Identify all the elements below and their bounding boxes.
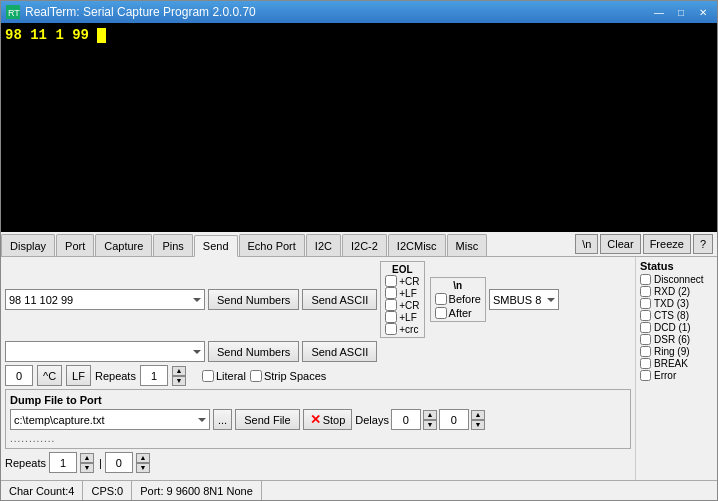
send-ascii-btn-1[interactable]: Send ASCII (302, 289, 377, 310)
close-button[interactable]: ✕ (693, 4, 713, 20)
rxd-label: RXD (2) (654, 286, 690, 297)
cr-checkbox-1[interactable] (385, 275, 397, 287)
tab-pins[interactable]: Pins (153, 234, 192, 256)
after-check: After (435, 307, 481, 319)
break-checkbox[interactable] (640, 358, 651, 369)
dump-path-combo[interactable]: c:\temp\capture.txt (10, 409, 210, 430)
repeats-input[interactable] (140, 365, 168, 386)
dcd-checkbox[interactable] (640, 322, 651, 333)
after-checkbox[interactable] (435, 307, 447, 319)
crc-check: +crc (385, 323, 419, 335)
send-numbers-btn-2[interactable]: Send Numbers (208, 341, 299, 362)
newline-button[interactable]: \n (575, 234, 598, 254)
tab-i2cmisc[interactable]: I2CMisc (388, 234, 446, 256)
maximize-button[interactable]: □ (671, 4, 691, 20)
strip-spaces-checkbox[interactable] (250, 370, 262, 382)
repeats-down[interactable]: ▼ (172, 376, 186, 386)
delays-input-2[interactable] (439, 409, 469, 430)
dcd-label: DCD (1) (654, 322, 691, 333)
minimize-button[interactable]: — (649, 4, 669, 20)
repeats-bottom-spin: ▲ ▼ (80, 453, 94, 473)
repeats-bottom-input-2[interactable] (105, 452, 133, 473)
smbus-select[interactable]: SMBUS 8 (489, 289, 559, 310)
terminal-text: 98 11 1 99 (5, 27, 713, 43)
delays-down-2[interactable]: ▼ (471, 420, 485, 430)
send-file-button[interactable]: Send File (235, 409, 299, 430)
tab-misc[interactable]: Misc (447, 234, 488, 256)
window-title: RealTerm: Serial Capture Program 2.0.0.7… (25, 5, 256, 19)
status-txd: TXD (3) (640, 298, 713, 309)
lf-label-2: +LF (399, 312, 417, 323)
delays-down-1[interactable]: ▼ (423, 420, 437, 430)
lf-checkbox-2[interactable] (385, 311, 397, 323)
eol-title: EOL (385, 264, 419, 275)
number-input[interactable] (5, 365, 33, 386)
repeats-bottom-input[interactable] (49, 452, 77, 473)
lf-check: +LF (385, 287, 419, 299)
dsr-label: DSR (6) (654, 334, 690, 345)
clear-button[interactable]: Clear (600, 234, 640, 254)
ring-checkbox[interactable] (640, 346, 651, 357)
tab-display[interactable]: Display (1, 234, 55, 256)
send-combo-2[interactable] (5, 341, 205, 362)
error-checkbox[interactable] (640, 370, 651, 381)
send-numbers-btn-1[interactable]: Send Numbers (208, 289, 299, 310)
disconnect-checkbox[interactable] (640, 274, 651, 285)
char-count-segment: Char Count:4 (1, 481, 83, 500)
status-error: Error (640, 370, 713, 381)
browse-button[interactable]: ... (213, 409, 232, 430)
tab-i2c[interactable]: I2C (306, 234, 341, 256)
send-combo-1[interactable]: 98 11 102 99 (5, 289, 205, 310)
before-after-group: \n Before After (430, 277, 486, 322)
delays-label: Delays (355, 414, 389, 426)
stop-button[interactable]: ✕ Stop (303, 409, 353, 430)
repeats-up[interactable]: ▲ (172, 366, 186, 376)
literal-checkbox[interactable] (202, 370, 214, 382)
repeats-bottom-up-2[interactable]: ▲ (136, 453, 150, 463)
svg-text:RT: RT (8, 8, 20, 18)
dump-group: Dump File to Port c:\temp\capture.txt ..… (5, 389, 631, 449)
panel-area: 98 11 102 99 Send Numbers Send ASCII EOL… (1, 257, 635, 480)
repeats-bottom-label: Repeats (5, 457, 46, 469)
tab-port[interactable]: Port (56, 234, 94, 256)
repeats-bottom-up[interactable]: ▲ (80, 453, 94, 463)
progress-dots: ............ (10, 433, 55, 444)
stop-label: Stop (323, 414, 346, 426)
txd-checkbox[interactable] (640, 298, 651, 309)
delays-spin-2: ▲ ▼ (471, 410, 485, 430)
strip-spaces-check: Strip Spaces (250, 370, 326, 382)
lf-button[interactable]: LF (66, 365, 91, 386)
delays-up-1[interactable]: ▲ (423, 410, 437, 420)
delays-input-1[interactable] (391, 409, 421, 430)
tab-echo-port[interactable]: Echo Port (239, 234, 305, 256)
repeats-bottom-spin-2: ▲ ▼ (136, 453, 150, 473)
lf-checkbox-1[interactable] (385, 287, 397, 299)
backslash-n-label: \n (435, 280, 481, 291)
tab-send[interactable]: Send (194, 235, 238, 257)
repeats-bottom-down[interactable]: ▼ (80, 463, 94, 473)
crc-label: +crc (399, 324, 418, 335)
before-checkbox[interactable] (435, 293, 447, 305)
lf2-check: +LF (385, 311, 419, 323)
repeats-bottom-down-2[interactable]: ▼ (136, 463, 150, 473)
help-button[interactable]: ? (693, 234, 713, 254)
tab-capture[interactable]: Capture (95, 234, 152, 256)
before-check: Before (435, 293, 481, 305)
ctrl-c-button[interactable]: ^C (37, 365, 62, 386)
cts-checkbox[interactable] (640, 310, 651, 321)
rxd-checkbox[interactable] (640, 286, 651, 297)
tab-i2c-2[interactable]: I2C-2 (342, 234, 387, 256)
status-dcd: DCD (1) (640, 322, 713, 333)
break-label: BREAK (654, 358, 688, 369)
eol-group: EOL +CR +LF +CR +LF (380, 261, 424, 338)
statusbar: Char Count:4 CPS:0 Port: 9 9600 8N1 None (1, 480, 717, 500)
crc-checkbox[interactable] (385, 323, 397, 335)
cr-checkbox-2[interactable] (385, 299, 397, 311)
strip-spaces-label: Strip Spaces (264, 370, 326, 382)
dsr-checkbox[interactable] (640, 334, 651, 345)
send-ascii-btn-2[interactable]: Send ASCII (302, 341, 377, 362)
app-icon: RT (5, 4, 21, 20)
delays-up-2[interactable]: ▲ (471, 410, 485, 420)
titlebar: RT RealTerm: Serial Capture Program 2.0.… (1, 1, 717, 23)
freeze-button[interactable]: Freeze (643, 234, 691, 254)
